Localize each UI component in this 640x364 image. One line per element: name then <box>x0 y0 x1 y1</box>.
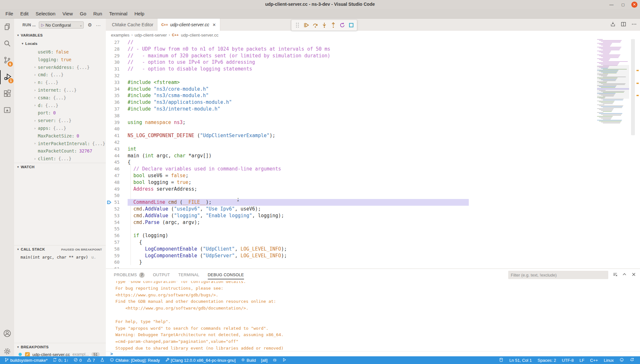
variable-row-cmd[interactable]: ›cmd:{...} <box>14 71 106 79</box>
status-item-tools[interactable]: [Clang 12.0.0 x86_64-pc-linux-gnu] <box>163 356 238 364</box>
activity-item-account[interactable] <box>0 327 14 341</box>
minimap[interactable] <box>597 39 629 142</box>
editor-tab-cmake-cache-editor[interactable]: CMake Cache Editor <box>106 19 157 31</box>
chevron-right-icon[interactable]: › <box>34 88 38 92</box>
variable-row-maxPacketCount[interactable]: maxPacketCount:32767 <box>14 147 106 155</box>
panel-tab-terminal[interactable]: TERMINAL <box>178 269 199 281</box>
breakpoints-section-header[interactable]: ▾ BREAKPOINTS <box>14 343 106 351</box>
code-editor[interactable]: 27//28// - UDP flow from n0 to n1 of 102… <box>106 39 640 269</box>
code-line-59[interactable]: 59 LogComponentEnable ("UdpServer", LOG_… <box>106 252 640 259</box>
step-into-button[interactable] <box>321 22 328 29</box>
status-item-feedback[interactable] <box>618 356 626 364</box>
variable-row-interPacketInterval[interactable]: ›interPacketInterval:{...} <box>14 140 106 147</box>
line-number[interactable]: 57 <box>106 239 128 246</box>
variables-section-header[interactable]: ▾ VARIABLES <box>14 31 106 39</box>
breadcrumb-item[interactable]: udp-client-server <box>135 33 167 37</box>
code-line-51[interactable]: 51 CommandLine cmd (__FILE__); <box>106 199 640 206</box>
activity-item-source-control[interactable]: 6 <box>0 54 14 68</box>
chevron-right-icon[interactable]: › <box>34 96 38 99</box>
line-number[interactable]: 59 <box>106 252 128 259</box>
clear-console-icon[interactable] <box>613 272 618 278</box>
variable-row-serverAddress[interactable]: ›serverAddress:{...} <box>14 63 106 71</box>
status-item-git-branch[interactable]: buildsystem-cmake* <box>3 356 49 364</box>
call-stack-section-header[interactable]: ▾ CALL STACK PAUSED ON BREAKPOINT <box>14 245 106 253</box>
status-item-ln-51-col-1[interactable]: Ln 51, Col 1 <box>507 356 534 364</box>
menu-item-edit[interactable]: Edit <box>17 10 32 18</box>
status-item-c++[interactable]: C++ <box>588 356 600 364</box>
status-item-play[interactable] <box>280 356 289 364</box>
code-line-38[interactable]: 38 <box>106 112 640 119</box>
code-line-32[interactable]: 32 <box>106 72 640 79</box>
debug-settings-gear-icon[interactable]: ⚙ <box>88 22 92 28</box>
status-item-bug[interactable] <box>271 356 279 364</box>
code-line-54[interactable]: 54 cmd.Parse (argc, argv); <box>106 219 640 226</box>
line-number[interactable]: 58 <box>106 246 128 252</box>
line-number[interactable]: 29 <box>106 53 128 59</box>
status-item-warning[interactable]: 7 <box>85 356 97 364</box>
variable-row-MaxPacketSize[interactable]: MaxPacketSize:0 <box>14 132 106 140</box>
run-tests-icon[interactable] <box>610 21 616 28</box>
activity-item-cmake-tools[interactable] <box>0 103 14 118</box>
status-item-database[interactable] <box>497 356 505 364</box>
debug-config-dropdown[interactable]: ▷ No Configural ⌄ <box>39 21 84 29</box>
line-number[interactable]: 61 <box>106 266 128 269</box>
maximize-icon[interactable]: ▢ <box>620 1 626 8</box>
status-item-sync[interactable]: 0↓ 1↑ <box>51 356 70 364</box>
line-number[interactable]: 30 <box>106 59 128 66</box>
code-line-31[interactable]: 31// - option to disable logging stateme… <box>106 66 640 72</box>
line-number[interactable]: 54 <box>106 219 128 226</box>
menu-item-file[interactable]: File <box>2 10 17 18</box>
code-line-58[interactable]: 58 LogComponentEnable ("UdpClient", LOG_… <box>106 246 640 252</box>
line-number[interactable]: 53 <box>106 212 128 219</box>
line-number[interactable]: 40 <box>106 126 128 132</box>
code-line-44[interactable]: 44main (int argc, char *argv[]) <box>106 153 640 159</box>
line-number[interactable]: 42 <box>106 139 128 146</box>
step-out-button[interactable] <box>330 22 337 29</box>
code-line-27[interactable]: 27// <box>106 39 640 46</box>
breakpoint-checkbox[interactable]: ✓ <box>25 352 30 357</box>
editor-tab-udp-client-server-cc[interactable]: C++udp-client-server.cc✕ <box>157 19 220 31</box>
line-number[interactable]: 43 <box>106 146 128 153</box>
line-number[interactable]: 28 <box>106 46 128 53</box>
status-item--all-[interactable]: [all] <box>259 356 269 364</box>
line-number[interactable]: 31 <box>106 66 128 72</box>
code-line-52[interactable]: 52 cmd.AddValue ("useIpv6", "Use Ipv6", … <box>106 206 640 212</box>
debug-console-output[interactable]: Type "show configuration" for configurat… <box>106 281 640 352</box>
code-line-45[interactable]: 45{ <box>106 159 640 166</box>
code-line-46[interactable]: 46 // Declare variables used in command-… <box>106 166 640 172</box>
code-line-50[interactable]: 50 <box>106 192 640 199</box>
start-debug-icon[interactable]: ▷ <box>41 23 44 27</box>
variable-row-server[interactable]: ›server:{...} <box>14 117 106 124</box>
status-item-utf-8[interactable]: UTF-8 <box>560 356 576 364</box>
line-number[interactable]: 50 <box>106 192 128 199</box>
call-stack-frame[interactable]: main(int argc, char ** argv) u. <box>14 253 106 261</box>
activity-item-search[interactable] <box>0 37 14 51</box>
menu-item-view[interactable]: View <box>59 10 76 18</box>
line-number[interactable]: 37 <box>106 106 128 112</box>
status-item-linux[interactable]: Linux <box>602 356 616 364</box>
code-line-56[interactable]: 56 if (logging) <box>106 232 640 239</box>
debug-console-input-row[interactable]: > <box>106 351 640 357</box>
code-line-61[interactable]: 61 <box>106 266 640 269</box>
chevron-right-icon[interactable]: › <box>34 65 38 69</box>
more-actions-icon[interactable]: ··· <box>96 22 101 28</box>
code-line-33[interactable]: 33#include <fstream> <box>106 79 640 86</box>
code-line-37[interactable]: 37#include "ns3/internet-module.h" <box>106 106 640 112</box>
menu-item-run[interactable]: Run <box>90 10 106 18</box>
watch-section-header[interactable]: ▾ WATCH <box>14 163 106 171</box>
code-line-55[interactable]: 55 <box>106 226 640 232</box>
chevron-right-icon[interactable]: › <box>34 73 38 77</box>
line-number[interactable]: 52 <box>106 206 128 212</box>
code-line-39[interactable]: 39using namespace ns3; <box>106 119 640 126</box>
chevron-right-icon[interactable]: › <box>34 81 38 84</box>
code-line-36[interactable]: 36#include "ns3/applications-module.h" <box>106 99 640 106</box>
menu-item-go[interactable]: Go <box>76 10 90 18</box>
line-number[interactable]: 32 <box>106 72 128 79</box>
code-line-42[interactable]: 42 <box>106 139 640 146</box>
line-number[interactable]: 55 <box>106 226 128 232</box>
line-number[interactable]: 45 <box>106 159 128 166</box>
line-number[interactable]: 33 <box>106 79 128 86</box>
code-line-49[interactable]: 49 Address serverAddress; <box>106 186 640 193</box>
minimap-viewport[interactable] <box>597 65 629 99</box>
panel-tab-problems[interactable]: PROBLEMS7 <box>114 269 145 281</box>
